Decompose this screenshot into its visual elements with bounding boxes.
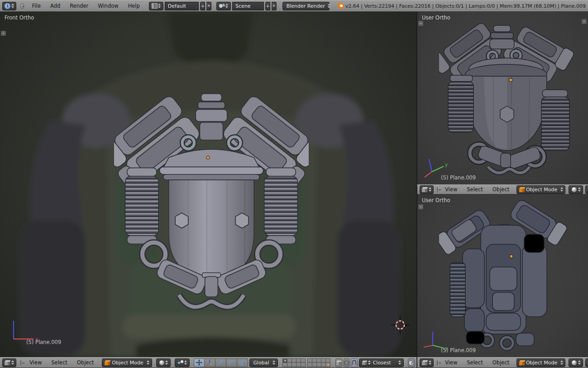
- shading-solid-icon: [159, 360, 165, 366]
- editor-type-button-3dview[interactable]: [2, 358, 16, 367]
- editor-type-button-3dview[interactable]: [420, 358, 434, 367]
- add-scene-button[interactable]: +: [265, 2, 270, 10]
- proportional-circle-icon: [344, 360, 349, 365]
- scale-icon: [239, 359, 245, 366]
- menu-select[interactable]: Select: [463, 359, 487, 366]
- backpack-model-perspective: [439, 17, 575, 176]
- area-corner-handle[interactable]: +: [418, 21, 423, 26]
- blender-logo-icon: [337, 3, 341, 10]
- opengl-render-button[interactable]: [408, 358, 415, 367]
- scene-icon-dropdown[interactable]: [216, 2, 231, 10]
- object-origin-front: [206, 156, 210, 159]
- scene-statistics: v2.64 | Verts:22194 | Faces:22016 | Obje…: [345, 3, 586, 9]
- remove-layout-button[interactable]: ✕: [206, 2, 211, 10]
- shading-solid-icon: [571, 360, 577, 366]
- menu-view[interactable]: View: [25, 359, 46, 366]
- object-origin-user-bottom: [510, 255, 513, 258]
- rotate-manipulator-button[interactable]: [215, 358, 226, 367]
- object-mode-icon: [105, 360, 110, 366]
- layer-toggle[interactable]: [301, 363, 306, 367]
- editor-type-button[interactable]: i: [2, 2, 16, 10]
- snap-toggle-button[interactable]: [351, 358, 358, 367]
- svg-text:y: y: [445, 162, 448, 167]
- viewport-editor-icon: [5, 360, 10, 366]
- viewport-user-bottom-header: View Select Object Object Mode: [417, 357, 588, 368]
- viewport-shading-dropdown[interactable]: [569, 185, 583, 194]
- manipulator-toggle-button[interactable]: [194, 358, 205, 367]
- add-layout-button[interactable]: +: [200, 2, 205, 10]
- menu-render[interactable]: Render: [66, 3, 92, 9]
- backpack-model-back: [439, 199, 570, 353]
- menu-window[interactable]: Window: [94, 3, 122, 9]
- screen-layout-icon-dropdown[interactable]: [149, 2, 163, 10]
- area-corner-handle[interactable]: +: [418, 204, 423, 209]
- remove-scene-button[interactable]: ✕: [272, 2, 277, 10]
- blender-window: i File Add Render Window Help Default + …: [0, 0, 588, 368]
- translate-manipulator-button[interactable]: [205, 358, 215, 367]
- rotate-arc-button[interactable]: [226, 358, 237, 367]
- menu-object[interactable]: Object: [488, 186, 513, 193]
- magnet-icon: [351, 360, 357, 366]
- active-object-label: (5) Plane.009: [441, 347, 476, 353]
- mode-dropdown[interactable]: Object Mode: [516, 358, 565, 367]
- mode-dropdown[interactable]: Object Mode: [516, 185, 565, 194]
- area-corner-handle[interactable]: +: [1, 31, 6, 36]
- proportional-edit-button[interactable]: [344, 358, 349, 367]
- layers-widget: [283, 358, 330, 367]
- viewport-front-header: View Select Object Object Mode: [0, 357, 416, 368]
- vertical-splitter[interactable]: [416, 12, 417, 357]
- active-object-label: (5) Plane.009: [441, 174, 476, 181]
- area-corner-handle[interactable]: +: [582, 19, 587, 24]
- editor-type-spinner: [10, 3, 14, 9]
- viewport-shading-dropdown[interactable]: [156, 358, 171, 367]
- lock-to-scene-button[interactable]: [335, 358, 342, 367]
- camera-brush-icon: [408, 360, 415, 366]
- move-manipulator-icon: [196, 359, 202, 366]
- viewport-front-ortho[interactable]: Front Ortho + x (5) Plane.009: [0, 12, 416, 357]
- header-menu-collapse-button[interactable]: [437, 187, 438, 193]
- viewport-shading-dropdown[interactable]: [569, 358, 583, 367]
- backpack-model-front: [114, 83, 309, 315]
- shading-solid-icon: [571, 187, 577, 193]
- layer-toggle[interactable]: [325, 363, 330, 367]
- arc-icon: [228, 359, 234, 366]
- pivot-point-dropdown[interactable]: [585, 358, 588, 367]
- menu-object[interactable]: Object: [488, 359, 513, 366]
- pivot-point-dropdown[interactable]: [175, 358, 190, 367]
- transform-orientation-dropdown[interactable]: Global: [249, 358, 278, 367]
- menu-object[interactable]: Object: [73, 359, 98, 366]
- menu-select[interactable]: Select: [463, 186, 487, 193]
- viewport-user-top[interactable]: User Ortho + + y (5) Plane.009: [417, 12, 588, 184]
- viewport-editor-icon: [422, 360, 428, 366]
- rotate-arrow-icon: [217, 359, 224, 366]
- menu-view[interactable]: View: [441, 359, 461, 366]
- scene-icon: [219, 3, 225, 9]
- top-header: i File Add Render Window Help Default + …: [0, 0, 588, 12]
- layout-icon: [152, 3, 158, 9]
- lock-cube-icon: [336, 360, 341, 365]
- layer-group-2: [308, 358, 330, 367]
- menu-help[interactable]: Help: [124, 3, 144, 9]
- mode-dropdown[interactable]: Object Mode: [102, 358, 152, 367]
- editor-type-button-3dview[interactable]: [420, 185, 434, 194]
- pivot-point-dropdown[interactable]: [585, 185, 588, 194]
- screen-layout-name-field[interactable]: Default: [165, 2, 199, 10]
- menu-view[interactable]: View: [441, 186, 461, 193]
- active-object-label: (5) Plane.009: [26, 339, 61, 345]
- layer-group-1: [283, 358, 306, 367]
- menu-select[interactable]: Select: [47, 359, 71, 366]
- snap-element-dropdown[interactable]: Closest: [359, 358, 404, 367]
- info-editor-icon: i: [5, 3, 10, 9]
- header-collapse-button[interactable]: [20, 3, 24, 9]
- viewport-user-bottom[interactable]: User Ortho + y (5) Plane.009: [417, 194, 588, 357]
- scale-manipulator-button[interactable]: [237, 358, 248, 367]
- header-menu-collapse-button[interactable]: [437, 360, 438, 366]
- menu-add[interactable]: Add: [46, 3, 64, 9]
- view-name-label: Front Ortho: [5, 15, 34, 21]
- scene-name-field[interactable]: Scene: [232, 2, 264, 10]
- render-engine-dropdown[interactable]: Blender Render: [282, 2, 330, 10]
- header-menu-collapse-button[interactable]: [20, 360, 21, 366]
- object-mode-icon: [519, 187, 525, 193]
- view-name-label: User Ortho: [422, 197, 450, 203]
- menu-file[interactable]: File: [28, 3, 45, 9]
